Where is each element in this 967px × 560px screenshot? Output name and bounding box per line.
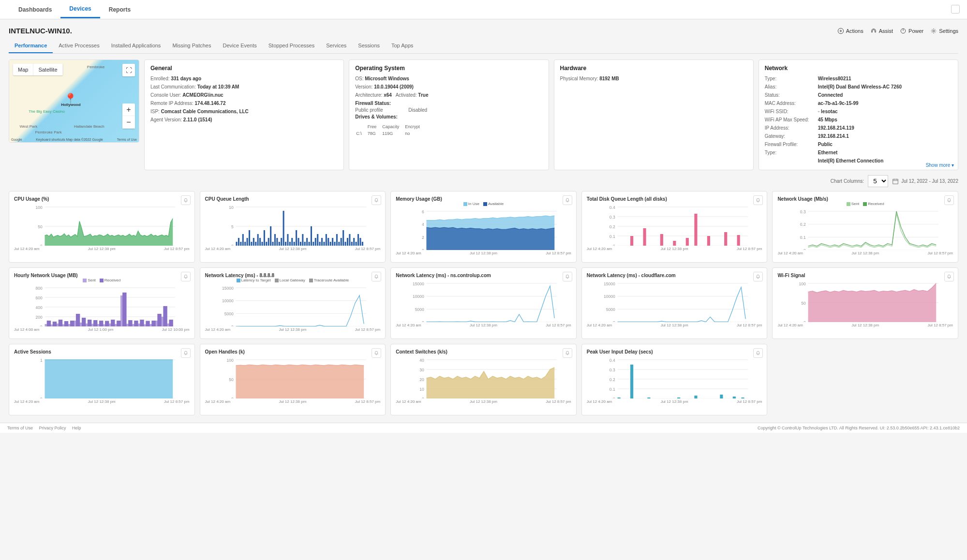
bell-icon[interactable] <box>753 272 763 281</box>
map-type-map[interactable]: Map <box>13 64 33 75</box>
svg-rect-74 <box>357 234 359 246</box>
chart-columns-select[interactable]: 5 <box>868 175 888 187</box>
tab-services[interactable]: Services <box>320 39 352 53</box>
footer-terms[interactable]: Terms of Use <box>7 426 33 430</box>
svg-text:0: 0 <box>40 397 43 398</box>
svg-rect-50 <box>306 238 308 246</box>
chart-netUsage: Network Usage (Mb/s) SentReceived 00.10.… <box>772 191 958 263</box>
settings-button[interactable]: Settings <box>930 28 958 34</box>
date-range-label: Jul 12, 2022 - Jul 13, 2022 <box>901 178 958 184</box>
map-label-hollywood: Hollywood <box>61 103 80 107</box>
svg-rect-43 <box>291 238 293 246</box>
tab-top-apps[interactable]: Top Apps <box>386 39 419 53</box>
svg-text:2: 2 <box>422 235 424 240</box>
svg-rect-184 <box>146 321 149 326</box>
bell-icon[interactable] <box>944 272 954 281</box>
svg-rect-54 <box>314 238 316 246</box>
network-row: Status:Connected <box>765 91 952 99</box>
bell-icon[interactable] <box>181 272 191 281</box>
bell-icon[interactable] <box>563 195 572 205</box>
assist-button[interactable]: Assist <box>870 28 893 34</box>
svg-text:0: 0 <box>40 324 43 326</box>
svg-marker-219 <box>808 283 937 322</box>
bell-icon[interactable] <box>372 272 381 281</box>
svg-rect-177 <box>105 321 109 326</box>
chart-memUsage: Memory Usage (GB) In UseAvailable 0246 J… <box>390 191 577 263</box>
settings-label: Settings <box>939 28 958 34</box>
svg-rect-49 <box>304 242 305 246</box>
svg-rect-180 <box>122 293 126 326</box>
bell-icon[interactable] <box>753 348 763 358</box>
chart-title: Network Usage (Mb/s) <box>777 196 953 202</box>
chart-title: Memory Usage (GB) <box>396 196 571 202</box>
chart-hourlyNet: Hourly Network Usage (MB) SentReceived 0… <box>9 267 195 339</box>
svg-rect-70 <box>349 234 350 246</box>
map-zoom-in[interactable]: + <box>122 103 135 116</box>
layout-icon[interactable] <box>951 5 960 14</box>
svg-marker-10 <box>45 219 173 246</box>
bell-icon[interactable] <box>181 195 191 205</box>
svg-text:0.1: 0.1 <box>610 234 615 239</box>
tab-sessions[interactable]: Sessions <box>352 39 386 53</box>
svg-text:0: 0 <box>613 244 615 246</box>
tab-active-processes[interactable]: Active Processes <box>53 39 105 53</box>
bell-icon[interactable] <box>181 348 191 358</box>
bell-icon[interactable] <box>753 195 763 205</box>
nav-devices[interactable]: Devices <box>60 0 100 18</box>
svg-rect-115 <box>694 214 697 246</box>
chart-columns-label: Chart Columns: <box>831 178 864 184</box>
svg-text:200: 200 <box>35 315 42 320</box>
svg-rect-71 <box>351 242 352 246</box>
map-zoom-out[interactable]: − <box>122 116 135 129</box>
svg-text:50: 50 <box>229 377 234 382</box>
actions-label: Actions <box>846 28 863 34</box>
bell-icon[interactable] <box>372 348 381 358</box>
map-label: Pembroke <box>87 65 104 69</box>
power-label: Power <box>908 28 923 34</box>
map-terms[interactable]: Terms of Use <box>117 138 137 141</box>
svg-text:0: 0 <box>803 320 806 322</box>
map-card[interactable]: Map Satellite ⛶ 📍 Hollywood Hallandale B… <box>9 59 139 143</box>
svg-rect-178 <box>111 320 115 326</box>
svg-rect-35 <box>274 234 276 246</box>
actions-button[interactable]: Actions <box>837 28 863 34</box>
footer-privacy[interactable]: Privacy Policy <box>39 426 66 430</box>
svg-rect-107 <box>660 234 663 246</box>
power-button[interactable]: Power <box>900 28 923 34</box>
svg-rect-46 <box>298 238 299 246</box>
svg-rect-69 <box>347 238 348 246</box>
svg-text:800: 800 <box>35 286 42 291</box>
map-fullscreen-button[interactable]: ⛶ <box>122 64 135 76</box>
nav-dashboards[interactable]: Dashboards <box>10 1 60 18</box>
bell-icon[interactable] <box>944 195 954 205</box>
svg-marker-224 <box>45 360 173 398</box>
svg-rect-260 <box>647 398 650 398</box>
map-type-satellite[interactable]: Satellite <box>33 64 62 75</box>
bell-icon[interactable] <box>563 272 572 281</box>
chart-handles: Open Handles (k) 050100 Jul 12 4:20 amJu… <box>200 344 386 415</box>
network-row: Intel(R) Ethernet Connection <box>765 157 952 165</box>
svg-marker-242 <box>427 368 555 398</box>
network-card: Network Type:Wireless80211Alias:Intel(R)… <box>759 59 958 170</box>
network-row: WiFi AP Max Speed:45 Mbps <box>765 116 952 124</box>
bell-icon[interactable] <box>563 348 572 358</box>
tab-missing-patches[interactable]: Missing Patches <box>166 39 217 53</box>
svg-rect-22 <box>246 238 248 246</box>
tab-performance[interactable]: Performance <box>9 39 53 53</box>
svg-rect-271 <box>694 396 697 398</box>
tab-stopped-processes[interactable]: Stopped Processes <box>263 39 320 53</box>
nav-reports[interactable]: Reports <box>100 1 139 18</box>
svg-rect-57 <box>321 238 323 246</box>
svg-rect-64 <box>336 234 337 246</box>
device-title: INTELNUC-WIN10. <box>9 27 72 35</box>
svg-rect-58 <box>323 242 325 246</box>
svg-rect-56 <box>319 242 320 246</box>
chart-title: Network Latency (ms) - cloudflare.com <box>587 273 762 278</box>
tab-device-events[interactable]: Device Events <box>217 39 262 53</box>
svg-rect-118 <box>707 236 710 246</box>
show-more-link[interactable]: Show more ▾ <box>926 162 954 168</box>
date-range-picker[interactable]: Jul 12, 2022 - Jul 13, 2022 <box>892 178 958 185</box>
tab-installed-apps[interactable]: Installed Applications <box>105 39 167 53</box>
footer-help[interactable]: Help <box>72 426 81 430</box>
bell-icon[interactable] <box>372 195 381 205</box>
